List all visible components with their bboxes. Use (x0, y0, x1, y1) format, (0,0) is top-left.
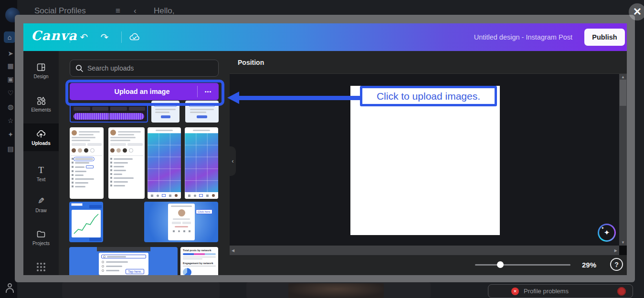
menu-icon: ≡ (116, 6, 120, 16)
calendar-icon: ▦ (6, 61, 15, 71)
sidebar-item-projects[interactable]: Projects (23, 224, 59, 251)
background-greeting: Hello, (154, 6, 174, 16)
sidebar-item-label: Design (33, 74, 48, 79)
chevron-left-icon: ‹ (232, 158, 234, 164)
background-page-title: Social Profiles (34, 6, 86, 16)
help-button[interactable]: ? (610, 258, 623, 271)
zoom-slider-track[interactable] (475, 264, 570, 266)
sidebar-item-label: Uploads (32, 141, 50, 146)
scrollbar-corner (619, 246, 627, 255)
thumbnail-settings-light[interactable] (151, 101, 179, 123)
thumbnail-instagram-grid[interactable] (185, 127, 218, 199)
design-icon (36, 62, 46, 72)
background-photo (288, 283, 384, 298)
document-title[interactable]: Untitled design - Instagram Post (401, 33, 572, 41)
redo-button[interactable]: ↷ (96, 30, 113, 44)
ai-assistant-button[interactable]: ✦ ✦ (598, 224, 616, 242)
draw-icon: ✎ (38, 196, 44, 206)
engage-icon: ♡ (6, 88, 15, 98)
horizontal-scrollbar[interactable]: ◀ ▶ (230, 246, 619, 255)
thumbnail-settings-light[interactable] (185, 101, 219, 123)
error-icon: ✕ (511, 288, 519, 295)
text-icon: T (38, 165, 44, 175)
projects-icon (36, 229, 46, 239)
canva-editor: Canva ↶ ↷ Untitled design - Instagram Po… (23, 23, 627, 275)
scroll-left-icon[interactable]: ◀ (232, 248, 234, 253)
sparkle-icon: ✦ (601, 226, 604, 230)
undo-icon: ↶ (80, 31, 88, 43)
sparkle-icon: ✦ (604, 228, 610, 237)
background-card (62, 282, 220, 298)
thumb-tooltip: Tap here. (126, 269, 144, 274)
undo-button[interactable]: ↶ (76, 30, 92, 44)
panel-collapse-button[interactable]: ‹ (230, 146, 236, 176)
design-page[interactable] (350, 86, 500, 235)
elements-icon (36, 96, 46, 105)
account-icon (8, 283, 12, 288)
search-icon (75, 64, 84, 72)
vertical-scrollbar[interactable]: ▲ ▼ (619, 74, 627, 246)
canva-logo[interactable]: Canva (31, 28, 77, 43)
position-button[interactable]: Position (238, 51, 264, 74)
tutorial-arrow (238, 96, 360, 100)
search-box (70, 60, 219, 77)
upload-more-icon[interactable]: ••• (198, 89, 219, 94)
sidebar-item-label: Draw (35, 208, 46, 213)
uploads-panel: Upload an image ••• (59, 51, 230, 275)
star-icon: ☆ (6, 116, 15, 125)
vertical-scrollbar-thumb[interactable] (620, 80, 626, 106)
thumbnail-instagram-grid[interactable] (148, 127, 181, 199)
back-icon: ‹ (134, 6, 137, 16)
cloud-save-status-icon[interactable] (127, 30, 143, 44)
sidebar-item-uploads[interactable]: Uploads (23, 123, 59, 151)
editor-topbar: Canva ↶ ↷ Untitled design - Instagram Po… (23, 23, 627, 51)
zoom-level: 29% (572, 261, 596, 269)
profile-problems-card: ✕ Profile problems (488, 284, 633, 298)
editor-rail: Design Elements Uploads (23, 51, 59, 275)
redo-icon: ↷ (101, 31, 109, 43)
close-modal-button[interactable]: ✕ (629, 3, 644, 21)
search-input[interactable] (87, 64, 213, 72)
sidebar-item-design[interactable]: Design (23, 57, 59, 84)
thumbnail-analytics-dashboard[interactable] (69, 202, 103, 242)
help-icon: ? (614, 261, 619, 268)
send-icon: ➤ (6, 49, 15, 58)
publish-button[interactable]: Publish (584, 29, 625, 46)
sidebar-item-draw[interactable]: ✎ Draw (23, 191, 59, 218)
thumb-report-title: Total posts by network (183, 249, 216, 252)
scroll-down-icon[interactable]: ▼ (621, 240, 625, 245)
background-photo-card (246, 282, 431, 298)
tutorial-arrow-head (227, 92, 239, 104)
alert-label: Profile problems (524, 288, 617, 295)
thumbnail-profile-menu[interactable] (70, 127, 104, 199)
apps-icon[interactable] (37, 263, 39, 265)
scroll-up-icon[interactable]: ▲ (621, 75, 625, 79)
thumbnail-posts-report[interactable]: Total posts by network Engagement by net… (180, 247, 218, 275)
audio-icon: ◍ (6, 102, 15, 112)
zoom-slider-knob[interactable] (497, 261, 504, 268)
status-bar: 29% ? (230, 255, 627, 275)
image-icon: ▣ (6, 74, 15, 84)
thumb-report-title: Engagement by network (183, 262, 216, 265)
scroll-right-icon[interactable]: ▶ (614, 248, 617, 253)
uploads-icon (36, 129, 46, 139)
sidebar-item-label: Elements (31, 107, 51, 113)
sidebar-item-text[interactable]: T Text (23, 160, 59, 187)
home-icon: ⌂ (4, 31, 15, 43)
context-toolbar: Position (230, 51, 627, 74)
thumbnail-settings-phone[interactable]: Tap here. (69, 247, 178, 275)
tutorial-annotation: Click to upload images. (360, 86, 497, 106)
sidebar-item-elements[interactable]: Elements (23, 90, 59, 118)
thumbnail-profile-phone[interactable]: Click here (144, 202, 218, 242)
alert-badge-icon (617, 287, 626, 296)
sidebar-item-label: Projects (32, 241, 50, 246)
sidebar-item-label: Text (37, 177, 45, 182)
upload-image-button[interactable]: Upload an image ••• (70, 83, 219, 100)
close-icon: ✕ (633, 6, 642, 18)
thumb-tooltip: Click here (196, 209, 212, 214)
upload-button-label: Upload an image (70, 88, 197, 95)
chart-icon: ▤ (6, 144, 15, 154)
pin-icon: ✦ (6, 130, 15, 139)
thumbnail-profile-menu[interactable] (108, 127, 145, 199)
thumbnail-audio-editor[interactable] (70, 104, 148, 123)
